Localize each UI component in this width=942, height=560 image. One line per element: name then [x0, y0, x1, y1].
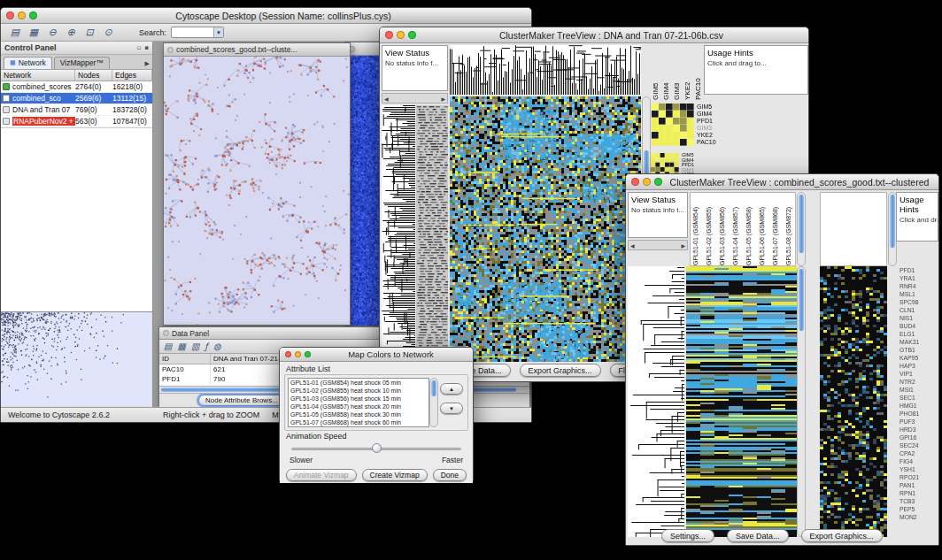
scrollbar-thumb[interactable] [431, 380, 436, 396]
network-overview-panel[interactable] [1, 311, 152, 407]
zoom-selected-icon[interactable]: ⊙ [101, 26, 115, 39]
label-scrollbar[interactable] [797, 192, 806, 266]
animation-speed-slider[interactable] [291, 442, 461, 455]
inner-window-titlebar[interactable]: combined_scores_good.txt--cluste... [164, 43, 350, 57]
move-down-button[interactable]: ▼ [440, 403, 463, 414]
open-session-icon[interactable]: ▤ [8, 26, 22, 39]
inner-close-icon[interactable] [163, 330, 169, 336]
zoom-out-icon[interactable]: ⊖ [45, 26, 59, 39]
tab-vizmapper[interactable]: VizMapper™ [54, 57, 110, 69]
minimize-icon[interactable] [643, 178, 651, 186]
dialog-button[interactable]: Create Vizmap [362, 469, 428, 481]
tree-scroll-strip[interactable]: ◀ ▶ [628, 240, 688, 250]
dropdown-arrow-icon[interactable]: ▼ [213, 27, 223, 37]
gene-label: GTB1 [900, 346, 938, 354]
select-attributes-icon[interactable]: ▤ [164, 341, 172, 351]
gene-label: RPO21 [900, 473, 938, 481]
scroll-right-icon[interactable]: ▶ [681, 242, 685, 249]
tab-network[interactable]: ▦ Network [4, 57, 52, 69]
close-icon[interactable] [385, 31, 393, 39]
maximize-icon[interactable] [654, 178, 662, 186]
network-graph-canvas[interactable] [164, 57, 350, 325]
minimize-icon[interactable] [295, 351, 301, 357]
row-dendrogram-canvas[interactable] [628, 266, 684, 537]
treeview-button[interactable]: Save Data... [727, 529, 789, 542]
gene-label: ELG1 [900, 330, 938, 338]
create-attribute-icon[interactable]: ▦ [177, 341, 185, 351]
close-icon[interactable] [285, 351, 291, 357]
matrix-label: YKE2 [697, 132, 716, 139]
dialog-button[interactable]: Animate Vizmap [286, 469, 357, 481]
column-label: GIM3 [673, 45, 682, 100]
network-view-window[interactable]: combined_scores_good.txt--cluste... [163, 42, 351, 326]
scrollbar-thumb[interactable] [799, 269, 804, 331]
gene-label: HAP3 [900, 362, 938, 370]
search-input[interactable]: ▼ [171, 27, 224, 38]
scroll-right-icon[interactable]: ▶ [441, 96, 445, 102]
scrollbar-thumb[interactable] [799, 195, 804, 253]
dialog-titlebar[interactable]: Map Colors to Network [280, 348, 473, 362]
node-attribute-browser-tab[interactable]: Node Attribute Brows... [198, 395, 285, 406]
float-panel-icon[interactable]: ▫ [137, 44, 142, 51]
attribute-item[interactable]: GPL51-01 (GSM854) heat shock 05 min [289, 379, 429, 387]
attribute-item[interactable]: GPL51-04 (GSM857) heat shock 20 min [289, 403, 429, 410]
attribute-item[interactable]: GPL51-07 (GSM868) heat shock 60 min [289, 418, 429, 426]
scatter-heatmap-canvas[interactable] [820, 266, 887, 537]
tab-overflow-icon[interactable]: ▶ [145, 60, 150, 69]
attribute-item[interactable]: GPL51-05 (GSM858) heat shock 30 min [289, 410, 429, 418]
network-row[interactable]: DNA and Tran 07 769(0) 183728(0) [1, 104, 152, 116]
view-status-text: No status info f... [385, 59, 444, 67]
view-status-panel: View Status No status info f... [382, 45, 448, 91]
import-attributes-icon[interactable]: ◍ [213, 341, 221, 351]
network-overview-canvas[interactable] [1, 312, 151, 406]
inner-close-icon[interactable] [167, 47, 174, 53]
row-label-strip-canvas[interactable] [416, 105, 448, 362]
heatmap-scrollbar[interactable] [797, 266, 806, 537]
row-dendrogram-canvas[interactable] [382, 105, 415, 362]
minimize-icon[interactable] [18, 12, 26, 19]
zoom-in-icon[interactable]: ⊕ [64, 26, 78, 39]
tree-scroll-strip[interactable]: ◀ ▶ [382, 93, 448, 104]
attribute-list[interactable]: GPL51-01 (GSM854) heat shock 05 minGPL51… [288, 378, 429, 427]
close-icon[interactable] [631, 178, 639, 186]
dialog-button[interactable]: Done [433, 469, 467, 481]
zoom-fit-icon[interactable]: ⊡ [82, 26, 97, 39]
function-builder-icon[interactable]: ƒ [205, 341, 208, 351]
scrollbar-thumb[interactable] [890, 195, 895, 248]
treeview-button[interactable]: Settings... [661, 529, 714, 542]
dialog-title: Map Colors to Network [314, 349, 467, 359]
treeview-button[interactable]: Export Graphics... [801, 529, 883, 542]
attribute-item[interactable]: GPL51-02 (GSM855) heat shock 10 min [289, 387, 429, 395]
save-session-icon[interactable]: ▦ [27, 26, 41, 39]
network-row[interactable]: RNAPuberNov2 + 563(0) 107847(0) [1, 116, 152, 127]
map-colors-dialog: Map Colors to Network Attribute List GPL… [279, 347, 474, 481]
maximize-icon[interactable] [305, 351, 311, 357]
gene-label: YSH1 [900, 465, 938, 473]
minimize-icon[interactable] [397, 31, 405, 39]
move-up-button[interactable]: ▲ [440, 383, 463, 395]
list-scrollbar[interactable] [429, 378, 438, 427]
matrix-labels: GIM5GIM4PFD1GIM3YKE2PAC10 [697, 104, 716, 146]
close-icon[interactable] [6, 12, 14, 19]
network-row-selected[interactable]: combined_sco 2569(6) 13112(15) [1, 93, 152, 104]
scroll-left-icon[interactable]: ◀ [384, 96, 389, 102]
hide-panel-icon[interactable]: ▪ [144, 44, 149, 51]
heatmap-canvas[interactable] [450, 96, 641, 362]
attribute-item[interactable]: GPL51-03 (GSM856) heat shock 15 min [289, 395, 429, 403]
maximize-icon[interactable] [408, 31, 416, 39]
column-dendrogram-canvas[interactable] [450, 45, 641, 95]
gene-label: CLN1 [900, 306, 938, 314]
treeview1-titlebar[interactable]: ClusterMaker TreeView : DNA and Tran 07-… [380, 27, 808, 43]
scroll-left-icon[interactable]: ◀ [630, 242, 635, 249]
cytoscape-titlebar[interactable]: Cytoscape Desktop (Session Name: collins… [1, 8, 531, 24]
correlation-matrix-canvas[interactable] [652, 104, 694, 146]
stripe-heatmap-canvas[interactable] [686, 266, 797, 537]
maximize-icon[interactable] [29, 12, 37, 19]
network-row[interactable]: combined_scores 2764(0) 16218(0) [1, 81, 152, 93]
gene-label: SEC24 [900, 441, 938, 449]
dialog-buttons: Animate VizmapCreate VizmapDone [284, 469, 468, 481]
slider-thumb[interactable] [372, 443, 382, 453]
treeview-button[interactable]: Export Graphics... [520, 364, 601, 377]
treeview2-titlebar[interactable]: ClusterMaker TreeView : combined_scores_… [626, 174, 938, 190]
delete-attribute-icon[interactable]: ▥ [191, 341, 199, 351]
